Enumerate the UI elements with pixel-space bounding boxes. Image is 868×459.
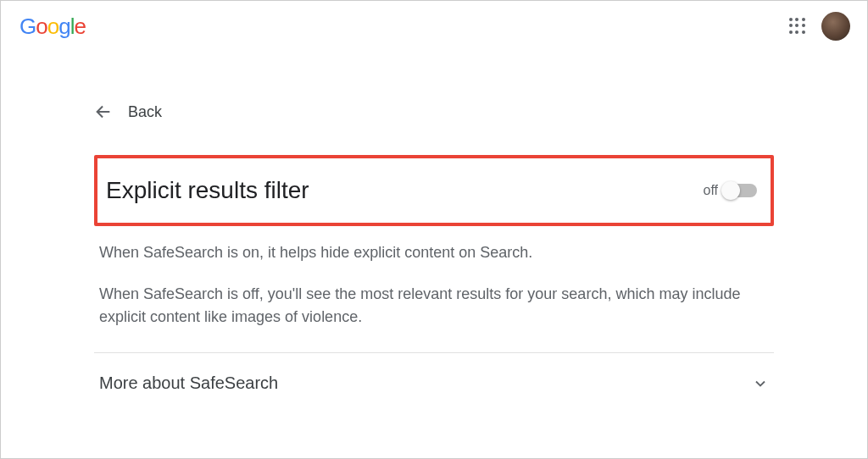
back-button[interactable]: Back (94, 102, 774, 121)
more-label: More about SafeSearch (99, 373, 278, 393)
avatar[interactable] (821, 12, 850, 41)
toggle-knob (721, 181, 740, 200)
header: Google (1, 1, 867, 52)
back-label: Back (128, 103, 162, 121)
explicit-filter-section: Explicit results filter off (94, 155, 774, 226)
description-para-2: When SafeSearch is off, you'll see the m… (99, 283, 769, 329)
google-logo[interactable]: Google (19, 14, 86, 40)
safesearch-toggle[interactable] (723, 184, 757, 197)
chevron-down-icon (752, 375, 769, 392)
content: Back Explicit results filter off When Sa… (1, 52, 867, 405)
more-about-safesearch[interactable]: More about SafeSearch (94, 353, 774, 405)
arrow-left-icon (94, 102, 113, 121)
description-para-1: When SafeSearch is on, it helps hide exp… (99, 241, 769, 264)
toggle-group: off (704, 183, 758, 198)
description: When SafeSearch is on, it helps hide exp… (94, 241, 774, 329)
header-right (789, 12, 850, 41)
apps-grid-icon[interactable] (789, 18, 806, 35)
filter-title: Explicit results filter (106, 177, 309, 204)
toggle-state-label: off (704, 183, 719, 198)
